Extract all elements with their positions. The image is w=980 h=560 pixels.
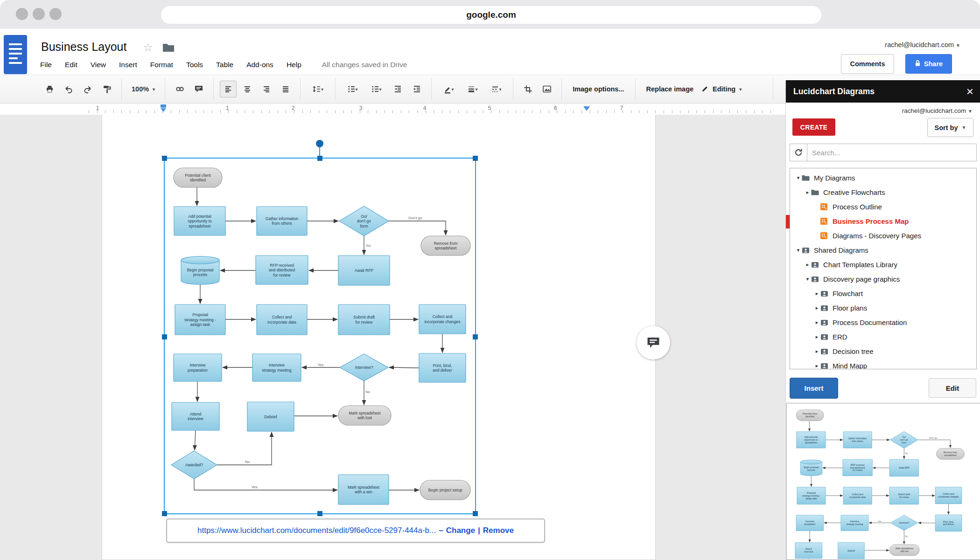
tree-item-floor-plans[interactable]: ▸Floor plans (790, 301, 976, 315)
print-icon[interactable] (41, 81, 58, 97)
indent-marker-right[interactable] (583, 106, 590, 111)
expand-right-icon[interactable]: ▸ (813, 305, 820, 311)
expand-right-icon[interactable]: ▸ (813, 334, 820, 340)
tree-item-chart-templates-library[interactable]: ▸Chart Templates Library (790, 257, 976, 272)
tree-item-shared-diagrams[interactable]: ▾Shared Diagrams (790, 243, 976, 257)
star-icon[interactable]: ☆ (143, 41, 153, 54)
insert-comment-icon[interactable] (190, 81, 207, 97)
edit-button[interactable]: Edit (929, 378, 976, 398)
change-link[interactable]: Change (446, 526, 475, 535)
address-bar[interactable]: google.com (161, 6, 821, 24)
ruler[interactable]: 11234567 (0, 104, 785, 115)
search-input[interactable] (807, 144, 977, 161)
sort-by-button[interactable]: Sort by▼ (927, 118, 973, 137)
menu-insert[interactable]: Insert (119, 61, 137, 69)
menu-tools[interactable]: Tools (186, 61, 203, 69)
decrease-indent-icon[interactable] (389, 81, 406, 97)
expand-right-icon[interactable]: ▸ (804, 262, 811, 268)
line-weight-icon[interactable]: ▾ (462, 81, 483, 97)
svg-text:Debrief: Debrief (847, 550, 855, 552)
diagram-preview[interactable]: Don't goGoYesNoNoYesPotential clientiden… (786, 403, 980, 560)
align-justify-icon[interactable] (277, 81, 294, 97)
expand-down-icon[interactable]: ▾ (795, 247, 802, 253)
tree-item-erd[interactable]: ▸ERD (790, 330, 976, 344)
window-control-dot[interactable] (33, 8, 45, 20)
replace-image-button[interactable]: Replace image (642, 85, 699, 93)
line-spacing-icon[interactable]: ▾ (307, 81, 329, 97)
resize-handle-s[interactable] (317, 511, 322, 516)
menu-file[interactable]: File (40, 61, 52, 69)
menu-table[interactable]: Table (216, 61, 233, 69)
expand-right-icon[interactable]: ▸ (813, 319, 820, 325)
window-control-dot[interactable] (16, 8, 28, 20)
mode-select[interactable]: Editing▾ (700, 85, 746, 94)
bulleted-list-icon[interactable]: ▾ (365, 81, 387, 97)
expand-right-icon[interactable]: ▸ (813, 363, 820, 369)
expand-right-icon[interactable]: ▸ (813, 290, 820, 297)
expand-right-icon[interactable]: ▸ (813, 348, 820, 354)
refresh-button[interactable] (790, 144, 807, 161)
tree-item-mind-mapp[interactable]: ▸Mind Mapp (790, 359, 976, 369)
tree-item-discovery-page-graphics[interactable]: ▾Discovery page graphics (790, 272, 976, 286)
tree-item-decision-tree[interactable]: ▸Decision tree (790, 344, 976, 359)
redo-icon[interactable] (79, 81, 96, 97)
svg-text:Yes: Yes (878, 520, 882, 523)
expand-right-icon[interactable]: ▸ (804, 189, 811, 195)
chevron-down-icon: ▼ (956, 43, 960, 48)
insert-button[interactable]: Insert (790, 378, 838, 399)
align-center-icon[interactable] (239, 81, 256, 97)
menu-add-ons[interactable]: Add-ons (246, 61, 273, 69)
line-color-icon[interactable]: ▾ (438, 81, 459, 97)
numbered-list-icon[interactable]: ▾ (342, 81, 363, 97)
paint-format-icon[interactable] (98, 81, 115, 97)
document-title[interactable]: Business Layout (41, 40, 126, 54)
google-docs-icon[interactable] (4, 35, 27, 74)
lucidchart-document-link[interactable]: https://www.lucidchart.com/documents/edi… (197, 526, 436, 535)
zoom-select[interactable]: 100%▾ (128, 85, 159, 93)
image-selection-box[interactable] (164, 158, 476, 514)
tree-item-process-outline[interactable]: Process Outline (790, 200, 976, 214)
tree-item-my-diagrams[interactable]: ▾My Diagrams (790, 171, 976, 185)
crop-icon[interactable] (519, 81, 536, 97)
resize-handle-nw[interactable] (162, 156, 167, 161)
tree-item-flowchart[interactable]: ▸Flowchart (790, 286, 976, 301)
expand-down-icon[interactable]: ▾ (804, 276, 811, 282)
mask-image-icon[interactable] (539, 81, 555, 97)
resize-handle-ne[interactable] (473, 156, 478, 161)
move-folder-icon[interactable] (162, 42, 175, 54)
increase-indent-icon[interactable] (408, 81, 425, 97)
image-options-button[interactable]: Image options... (568, 85, 629, 93)
window-control-dot[interactable] (49, 8, 62, 20)
remove-link[interactable]: Remove (483, 526, 514, 535)
expand-down-icon[interactable]: ▾ (795, 175, 802, 181)
insert-link-icon[interactable] (171, 81, 188, 97)
tree-item-diagrams-discovery-pages[interactable]: Diagrams - Discovery Pages (790, 228, 976, 243)
share-button[interactable]: Share (905, 54, 952, 74)
indent-marker-left[interactable] (161, 104, 166, 108)
tree-item-business-process-map[interactable]: Business Process Map (790, 214, 976, 228)
create-button[interactable]: CREATE (792, 118, 835, 136)
panel-account-menu[interactable]: rachel@lucidchart.com ▼ (902, 107, 973, 114)
comment-bubble-button[interactable] (637, 326, 670, 360)
align-left-icon[interactable] (220, 81, 237, 97)
close-icon[interactable]: × (966, 85, 973, 97)
align-right-icon[interactable] (258, 81, 275, 97)
indent-marker-left-triangle[interactable] (161, 108, 166, 112)
tree-item-creative-flowcharts[interactable]: ▸Creative Flowcharts (790, 185, 976, 200)
comments-button[interactable]: Comments (841, 54, 894, 74)
resize-handle-w[interactable] (162, 334, 167, 339)
undo-icon[interactable] (60, 81, 77, 97)
svg-text:opportunity to: opportunity to (804, 439, 818, 441)
resize-handle-sw[interactable] (162, 511, 167, 516)
menu-edit[interactable]: Edit (65, 61, 77, 69)
menu-format[interactable]: Format (150, 61, 173, 69)
account-menu[interactable]: rachel@lucidchart.com ▼ (885, 41, 960, 48)
resize-handle-n[interactable] (317, 156, 322, 161)
menu-view[interactable]: View (91, 61, 106, 69)
rotate-handle[interactable] (316, 140, 323, 147)
menu-help[interactable]: Help (287, 61, 301, 69)
line-dash-icon[interactable]: ▾ (485, 81, 507, 97)
resize-handle-e[interactable] (473, 334, 478, 339)
resize-handle-se[interactable] (473, 511, 478, 516)
tree-item-process-documentation[interactable]: ▸Process Documentation (790, 315, 976, 330)
